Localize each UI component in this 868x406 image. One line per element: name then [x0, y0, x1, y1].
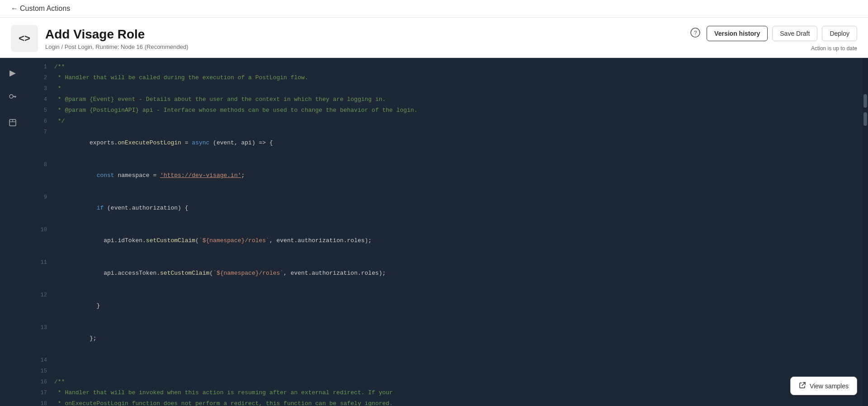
header-title-group: Add Visage Role Login / Post Login, Runt…: [45, 27, 189, 51]
run-icon: ▶: [9, 68, 16, 78]
code-line: 11 api.accessToken.setCustomClaim(`${nam…: [25, 257, 868, 290]
status-text: Action is up to date: [811, 45, 857, 52]
deploy-button[interactable]: Deploy: [822, 26, 857, 41]
code-line: 10 api.idToken.setCustomClaim(`${namespa…: [25, 224, 868, 257]
save-draft-button[interactable]: Save Draft: [772, 26, 817, 41]
package-button[interactable]: [5, 115, 20, 132]
version-history-button[interactable]: Version history: [707, 26, 768, 41]
main-layout: ▶: [0, 58, 868, 406]
code-line: 12 }: [25, 290, 868, 322]
breadcrumb-label: Custom Actions: [20, 5, 70, 13]
header-right: ? Version history Save Draft Deploy Acti…: [689, 26, 857, 52]
code-line: 3 *: [25, 83, 868, 94]
key-button[interactable]: [5, 90, 20, 106]
editor-scrollbar[interactable]: [863, 58, 868, 406]
external-link-icon: [799, 382, 806, 390]
scrollbar-thumb-bottom[interactable]: [863, 112, 867, 126]
help-button[interactable]: ?: [689, 26, 702, 42]
svg-text:?: ?: [694, 29, 697, 36]
package-icon: [8, 118, 17, 129]
code-line: 16 /**: [25, 377, 868, 387]
page-header: <> Add Visage Role Login / Post Login, R…: [0, 18, 868, 58]
code-line: 9 if (event.authorization) {: [25, 192, 868, 224]
code-line: 13 };: [25, 322, 868, 355]
code-line: 1 /**: [25, 62, 868, 72]
code-line: 5 * @param {PostLoginAPI} api - Interfac…: [25, 105, 868, 116]
code-lines: 1 /** 2 * Handler that will be called du…: [25, 58, 868, 406]
breadcrumb-bar: ← Custom Actions: [0, 0, 868, 18]
code-line: 14: [25, 355, 868, 366]
key-icon: [8, 92, 17, 104]
code-line: 4 * @param {Event} event - Details about…: [25, 94, 868, 105]
code-editor[interactable]: 1 /** 2 * Handler that will be called du…: [25, 58, 868, 406]
code-line: 7 exports.onExecutePostLogin = async (ev…: [25, 127, 868, 159]
sidebar-icons: ▶: [0, 58, 25, 406]
code-line: 2 * Handler that will be called during t…: [25, 72, 868, 83]
view-samples-button[interactable]: View samples: [790, 377, 857, 395]
page-subtitle: Login / Post Login, Runtime: Node 16 (Re…: [45, 43, 189, 50]
scrollbar-thumb-top[interactable]: [863, 94, 867, 108]
code-line: 15: [25, 366, 868, 377]
code-line: 17 * Handler that will be invoked when t…: [25, 387, 868, 398]
run-button[interactable]: ▶: [7, 65, 19, 81]
code-line: 18 * onExecutePostLogin function does no…: [25, 398, 868, 406]
view-samples-label: View samples: [810, 382, 849, 390]
code-line: 6 */: [25, 116, 868, 127]
back-button[interactable]: ← Custom Actions: [11, 5, 70, 13]
header-actions: ? Version history Save Draft Deploy: [689, 26, 857, 42]
action-icon: <>: [11, 25, 38, 52]
header-left: <> Add Visage Role Login / Post Login, R…: [11, 25, 189, 52]
code-line: 8 const namespace = 'https://dev-visage.…: [25, 159, 868, 192]
help-icon: ?: [690, 28, 700, 40]
svg-point-2: [9, 95, 13, 98]
page-title: Add Visage Role: [45, 27, 189, 42]
back-arrow-icon: ←: [11, 5, 18, 13]
